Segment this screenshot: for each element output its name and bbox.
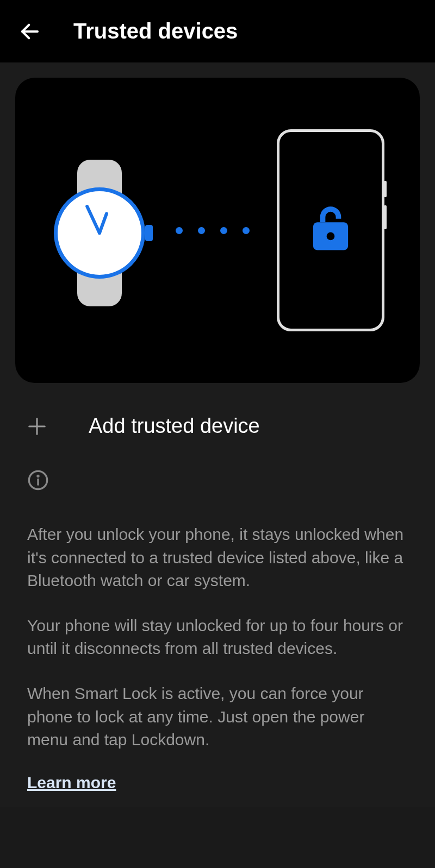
info-paragraph-3: When Smart Lock is active, you can force…	[27, 682, 408, 752]
watch-icon	[51, 149, 148, 317]
app-bar: Trusted devices	[0, 0, 435, 62]
phone-icon	[277, 129, 384, 331]
add-trusted-device-label: Add trusted device	[89, 414, 260, 438]
back-button[interactable]	[16, 18, 44, 45]
page-title: Trusted devices	[73, 19, 238, 43]
unlock-icon	[309, 205, 352, 256]
info-paragraph-2: Your phone will stay unlocked for up to …	[27, 614, 408, 661]
info-paragraph-1: After you unlock your phone, it stays un…	[27, 523, 408, 593]
plus-icon	[26, 416, 48, 437]
arrow-back-icon	[18, 20, 41, 43]
connection-dots-icon	[176, 227, 250, 234]
svg-point-2	[327, 232, 335, 240]
illustration-card	[15, 78, 420, 383]
add-trusted-device-button[interactable]: Add trusted device	[15, 383, 420, 460]
info-icon	[27, 469, 408, 493]
svg-point-7	[38, 476, 39, 477]
content: Add trusted device After you unlock your…	[0, 62, 435, 807]
learn-more-link[interactable]: Learn more	[27, 773, 116, 791]
info-section: After you unlock your phone, it stays un…	[15, 460, 420, 792]
